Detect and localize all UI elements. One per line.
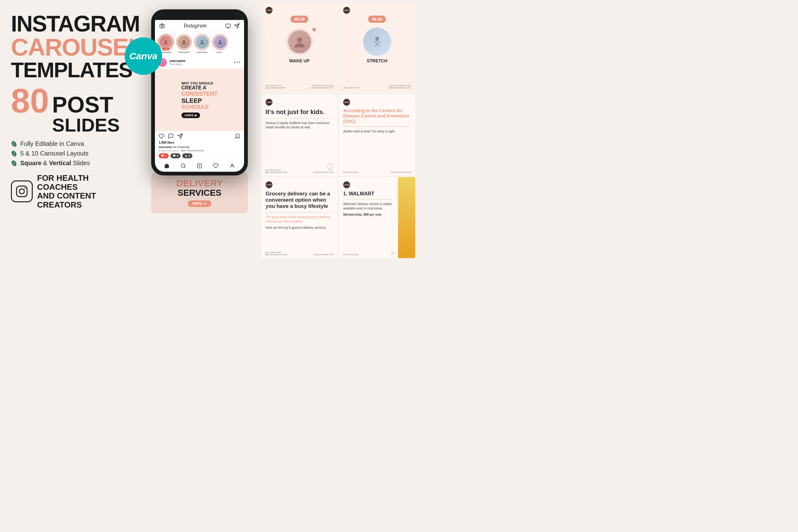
- preview-card-kids: LOGO It's not just for kids. Having a re…: [261, 94, 338, 175]
- svg-point-14: [201, 40, 203, 42]
- walmart-img-strip: [398, 177, 415, 258]
- feature-item-2: 5 & 10 Carousel Layouts: [11, 150, 129, 157]
- notif-count-2: 9: [177, 154, 178, 157]
- phone-notch: [187, 14, 212, 19]
- features-list: Fully Editable in Canva 5 & 10 Carousel …: [11, 140, 129, 167]
- send-icon[interactable]: [234, 23, 240, 29]
- title-templates: TEMPLATES: [11, 59, 129, 80]
- svg-point-13: [183, 40, 185, 42]
- story-avatar-3: [195, 36, 209, 49]
- bookmark-icon[interactable]: [235, 133, 240, 139]
- profile-nav-icon[interactable]: [229, 163, 235, 169]
- post-user-sub: Your place: [169, 63, 186, 66]
- person-icon-2: [181, 39, 187, 45]
- feature-item-3: Square & Vertical Slides: [11, 159, 129, 167]
- post-image: WHY YOU SHOULD CREATE A CONSISTENT SLEEP…: [155, 69, 244, 131]
- card3-biz: Business Name Here: [313, 171, 334, 173]
- person-silhouette-1: [293, 36, 306, 48]
- instagram-icon-box: [11, 180, 33, 202]
- card6-membership: Membership: $98 per year: [343, 212, 392, 217]
- home-nav-icon[interactable]: [164, 163, 170, 169]
- live-badge: LIVE: [163, 48, 169, 51]
- story-item-3[interactable]: username: [194, 34, 210, 54]
- ig-header: Instagram: [155, 20, 244, 32]
- why-text: WHY YOU SHOULD: [182, 81, 217, 85]
- svg-point-22: [231, 164, 233, 166]
- see-translation[interactable]: SEE TRANSLATION: [180, 149, 204, 152]
- card2-footer: Your Name Here Business Name Here www.we…: [343, 84, 411, 89]
- card1-biz-area: Business Name Here www.websitename.com: [310, 84, 333, 89]
- camera-icon[interactable]: [159, 23, 165, 29]
- create-text: CREATE A: [182, 85, 217, 91]
- card4-biz: Business Name Here: [391, 171, 412, 173]
- title-carousel: CAROUSEL: [11, 35, 129, 59]
- post-user-left: username Your place: [158, 58, 186, 67]
- heart-nav-icon[interactable]: [213, 163, 218, 169]
- search-nav-icon[interactable]: [180, 163, 186, 169]
- ig-logo: Instagram: [184, 22, 207, 29]
- logo-text-3: LOGO: [266, 101, 272, 103]
- stories-row: LIVE username username: [155, 32, 244, 56]
- minutes-ago: 8 MINUTES AGO: [159, 149, 178, 152]
- delivery-text: DELIVERY: [156, 178, 243, 188]
- card5-footer: Your Name Here @yourinstagramhandle Busi…: [265, 251, 334, 255]
- card5-body-pink: The good news is that several grocery de…: [266, 215, 333, 224]
- card3-body: Having a regular bedtime may have numero…: [266, 121, 333, 130]
- schedule-text: SCHEDULE: [182, 104, 217, 110]
- bottom-section: FOR HEALTH COACHES AND CONTENT CREATORS: [11, 174, 129, 209]
- card5-body-dark: Here are the top 5 grocery delivery serv…: [266, 226, 333, 230]
- notif-badge-3: 5: [182, 153, 192, 158]
- person-fill-icon: [185, 154, 188, 157]
- preview-card-walmart: LOGO 1. WALMART Walmart's delivery servi…: [339, 177, 415, 258]
- card5-name-sub: @yourinstagramhandle: [265, 253, 287, 255]
- swipe-button[interactable]: SWIPE ▶: [182, 113, 200, 118]
- svg-point-15: [219, 40, 221, 42]
- bottom-swipe-button[interactable]: SWIPE »»: [188, 201, 211, 207]
- middle-panel: Canva Instagram: [140, 0, 259, 281]
- action-icons-left: [159, 133, 183, 139]
- card5-name-area: Your Name Here @yourinstagramhandle: [265, 251, 287, 255]
- card3-header: LOGO: [266, 99, 333, 106]
- card2-center: 08:45 STRETCH: [343, 16, 411, 63]
- post-user-name: username: [169, 59, 186, 63]
- preview-card-stretch: LOGO 08:45 STRETCH Your Name Here Busine…: [339, 2, 415, 93]
- logo-placeholder-1: LOGO: [266, 7, 272, 14]
- feature-text-1: Fully Editable in Canva: [20, 140, 84, 147]
- for-health-text: FOR HEALTH COACHES AND CONTENT CREATORS: [37, 174, 129, 209]
- card3-name: Your Name Here: [265, 169, 287, 171]
- card2-title: STRETCH: [343, 58, 411, 63]
- card3-biz-area: Business Name Here: [313, 171, 334, 173]
- card1-biz-sub: www.websitename.com: [310, 87, 333, 89]
- share-icon[interactable]: [177, 133, 183, 139]
- card4-biz-area: Business Name Here: [391, 171, 412, 173]
- story-ring-3: [194, 34, 210, 50]
- count-labels: POST SLIDES: [52, 94, 120, 135]
- tv-icon[interactable]: [225, 23, 231, 29]
- preview-card-grocery: LOGO Grocery delivery can be a convenien…: [261, 177, 338, 258]
- likes-row: 1,984 likes: [155, 140, 244, 145]
- title-instagram: INSTAGRAM: [11, 13, 129, 35]
- svg-point-7: [19, 189, 24, 194]
- count-number: 80: [11, 83, 49, 118]
- card4-name: Your Name Here: [343, 171, 359, 173]
- likes-count: 1,984 likes: [159, 141, 174, 144]
- card1-name: Your Name Here: [266, 84, 286, 87]
- leaf-icon-3: [11, 160, 17, 167]
- time-badge-2: 08:45: [368, 16, 386, 23]
- heart-icon[interactable]: [159, 133, 164, 139]
- notif-badge-1: 1: [159, 153, 169, 158]
- canva-label: Canva: [129, 51, 157, 61]
- comment-icon[interactable]: [168, 133, 174, 139]
- more-icon[interactable]: •••: [234, 59, 241, 65]
- post-user-info: username Your place: [169, 59, 186, 66]
- logo-placeholder-6: LOGO: [343, 182, 350, 188]
- avatar-img-1: [288, 30, 311, 53]
- story-item-2[interactable]: username: [176, 34, 192, 54]
- svg-rect-6: [17, 186, 27, 197]
- logo-text-4: LOGO: [344, 101, 349, 103]
- notification-row: 1 9 5: [155, 152, 244, 159]
- story-item-4[interactable]: user...: [212, 34, 228, 54]
- card3-footer: Your Name Here @yourinstagramhandle Busi…: [265, 169, 334, 173]
- add-nav-icon[interactable]: [197, 163, 202, 169]
- card5-name: Your Name Here: [265, 251, 287, 253]
